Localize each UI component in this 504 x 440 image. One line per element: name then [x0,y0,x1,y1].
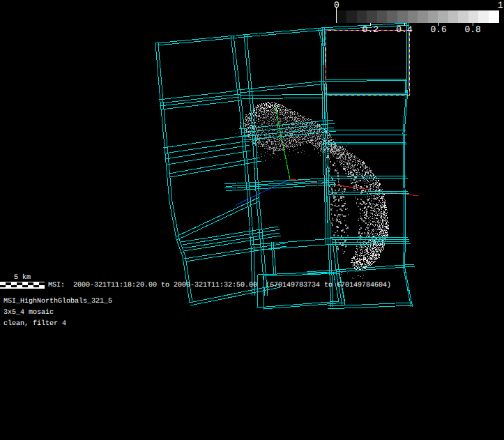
svg-text:MSI_HighNorthGlobals_321_5: MSI_HighNorthGlobals_321_5 [3,297,112,305]
svg-text:1: 1 [498,0,503,10]
svg-text:MSI: 2000-321T11:18:20.00 to: MSI: 2000-321T11:18:20.00 to 2000-321T11… [48,281,391,289]
svg-text:clean, filter 4: clean, filter 4 [3,319,66,328]
svg-text:0: 0 [334,0,339,10]
svg-text:0.6: 0.6 [430,24,446,35]
svg-text:0.2: 0.2 [362,24,379,35]
svg-text:0.4: 0.4 [396,24,413,35]
svg-text:5 km: 5 km [14,273,31,282]
svg-text:0.8: 0.8 [465,24,481,35]
svg-text:3x5_4 mosaic: 3x5_4 mosaic [3,308,54,317]
